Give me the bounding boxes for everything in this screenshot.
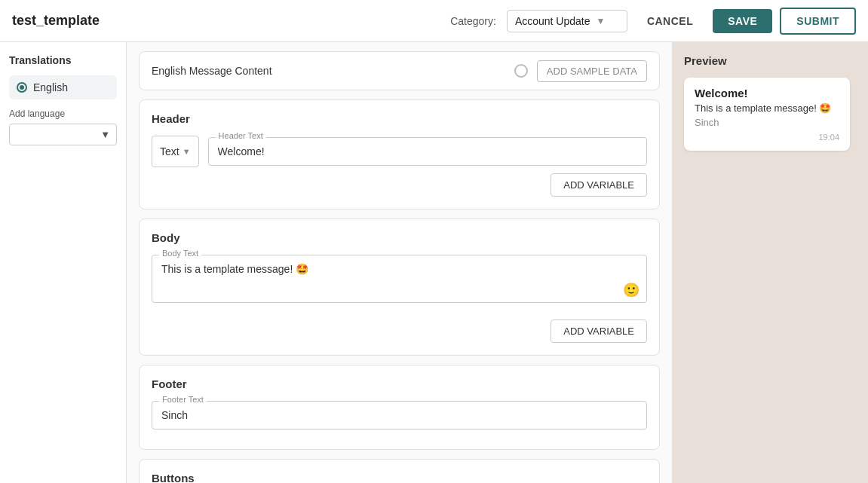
category-value: Account Update <box>515 15 590 27</box>
radio-icon <box>17 82 27 93</box>
cancel-button[interactable]: CANCEL <box>635 9 705 33</box>
sidebar: Translations English Add language ▼ <box>0 42 127 483</box>
category-dropdown[interactable]: Account Update ▼ <box>507 10 627 32</box>
body-section-title: Body <box>152 231 647 244</box>
save-button[interactable]: SAVE <box>713 9 772 33</box>
add-language-label: Add language <box>9 109 117 119</box>
preview-bubble-body: This is a template message! 🤩 <box>695 102 839 114</box>
radio-inner <box>20 85 24 90</box>
preview-bubble-footer: Sinch <box>695 117 839 128</box>
page-title: test_template <box>12 13 450 29</box>
submit-button[interactable]: SUBMIT <box>780 8 856 35</box>
buttons-section: Buttons No buttons ▼ <box>139 459 660 483</box>
eng-msg-bar: English Message Content ADD SAMPLE DATA <box>139 51 660 90</box>
body-section: Body Body Text 🙂 ADD VARIABLE <box>139 219 660 356</box>
sidebar-section-title: Translations <box>9 54 117 66</box>
chevron-down-icon: ▼ <box>182 147 191 156</box>
footer-text-label: Footer Text <box>159 395 207 404</box>
header-type-value: Text <box>160 145 179 157</box>
header-text-label: Header Text <box>216 131 266 140</box>
eng-msg-title: English Message Content <box>152 65 272 77</box>
preview-time: 19:04 <box>695 133 839 142</box>
footer-section-title: Footer <box>152 378 647 390</box>
footer-section: Footer Footer Text <box>139 365 660 450</box>
circle-icon <box>514 64 528 78</box>
content-area: English Message Content ADD SAMPLE DATA … <box>127 42 672 483</box>
body-text-input[interactable] <box>152 255 647 303</box>
header-type-dropdown[interactable]: Text ▼ <box>152 136 199 167</box>
buttons-section-title: Buttons <box>152 472 647 483</box>
preview-bubble-header: Welcome! <box>695 87 839 99</box>
preview-bubble: Welcome! This is a template message! 🤩 S… <box>684 78 850 151</box>
chevron-down-icon: ▼ <box>597 16 606 26</box>
add-sample-button[interactable]: ADD SAMPLE DATA <box>537 60 647 82</box>
header-text-input[interactable] <box>208 137 647 166</box>
footer-text-input[interactable] <box>152 401 647 430</box>
body-add-variable-button[interactable]: ADD VARIABLE <box>551 319 647 343</box>
emoji-icon[interactable]: 🙂 <box>623 282 639 298</box>
category-label: Category: <box>450 15 496 27</box>
header-section-title: Header <box>152 112 647 125</box>
preview-title: Preview <box>684 54 856 67</box>
language-label: English <box>33 81 68 93</box>
header-section: Header Text ▼ Header Text ADD VARIABLE <box>139 99 660 209</box>
chevron-down-icon: ▼ <box>100 129 110 140</box>
sidebar-item-english[interactable]: English <box>9 75 117 99</box>
preview-panel: Preview Welcome! This is a template mess… <box>672 42 868 483</box>
add-language-dropdown[interactable]: ▼ <box>9 124 117 145</box>
header-add-variable-button[interactable]: ADD VARIABLE <box>551 173 647 197</box>
body-text-label: Body Text <box>159 249 201 258</box>
